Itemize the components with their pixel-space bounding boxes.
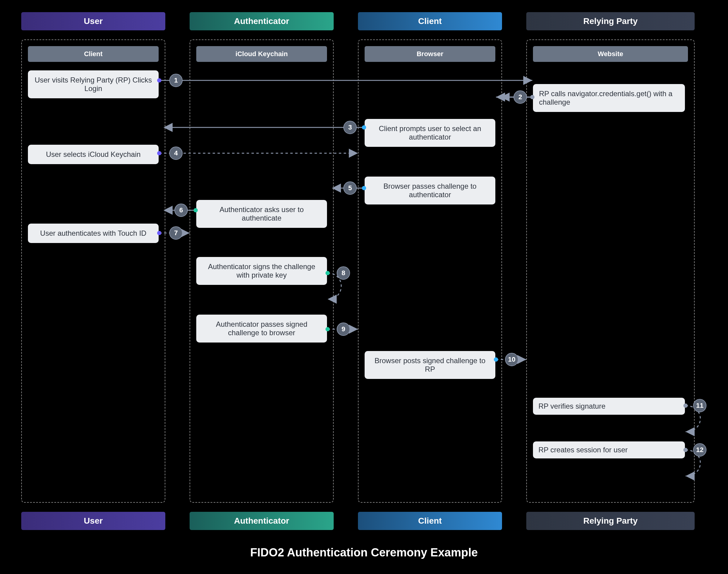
pill-1: 1 xyxy=(169,74,183,87)
sublane-header-user: Client xyxy=(28,46,159,62)
dot-s1 xyxy=(157,78,161,83)
dot-s8 xyxy=(326,271,330,275)
column-footer-user: User xyxy=(21,512,165,530)
step-2: RP calls navigator.credentials.get() wit… xyxy=(533,84,685,112)
dot-s3 xyxy=(362,125,366,129)
step-9: Authenticator passes signed challenge to… xyxy=(196,315,327,342)
dot-s12 xyxy=(683,448,688,452)
column-relying-party: Relying Party Website RP calls navigator… xyxy=(526,12,695,530)
pill-5: 5 xyxy=(343,181,357,195)
step-12: RP creates session for user xyxy=(533,441,685,458)
step-8: Authenticator signs the challenge with p… xyxy=(196,257,327,285)
pill-12: 12 xyxy=(693,443,706,457)
column-footer-rp: Relying Party xyxy=(526,512,695,530)
pill-6: 6 xyxy=(174,204,188,217)
dot-s4 xyxy=(157,151,161,155)
dot-s9 xyxy=(326,327,330,331)
step-10: Browser posts signed challenge to RP xyxy=(365,351,495,379)
column-header-rp: Relying Party xyxy=(526,12,695,30)
column-authenticator: Authenticator iCloud Keychain Authentica… xyxy=(189,12,334,530)
step-3: Client prompts user to select an authent… xyxy=(365,119,495,147)
diagram-stage: User Client User visits Relying Party (R… xyxy=(0,0,728,574)
step-7: User authenticates with Touch ID xyxy=(28,223,159,243)
step-6: Authenticator asks user to authenticate xyxy=(196,200,327,228)
column-footer-authenticator: Authenticator xyxy=(189,512,334,530)
dot-s2 xyxy=(530,95,534,99)
column-footer-client: Client xyxy=(358,512,502,530)
pill-3: 3 xyxy=(343,121,357,134)
lane-authenticator: iCloud Keychain Authenticator asks user … xyxy=(189,39,334,503)
lane-user: Client User visits Relying Party (RP) Cl… xyxy=(21,39,165,503)
pill-9: 9 xyxy=(337,323,350,336)
diagram-title: FIDO2 Authentication Ceremony Example xyxy=(0,546,728,559)
column-client: Client Browser Client prompts user to se… xyxy=(358,12,502,530)
dot-s10 xyxy=(494,357,498,362)
dot-s7 xyxy=(157,231,161,235)
step-1: User visits Relying Party (RP) Clicks Lo… xyxy=(28,70,159,98)
lane-rp: Website RP calls navigator.credentials.g… xyxy=(526,39,695,503)
lane-client: Browser Client prompts user to select an… xyxy=(358,39,502,503)
step-11: RP verifies signature xyxy=(533,398,685,415)
dot-s11 xyxy=(683,404,688,408)
dot-s6 xyxy=(194,208,198,212)
pill-4: 4 xyxy=(169,147,183,160)
pill-11: 11 xyxy=(693,399,706,412)
pill-8: 8 xyxy=(337,266,350,280)
pill-7: 7 xyxy=(169,226,183,240)
sublane-header-authenticator: iCloud Keychain xyxy=(196,46,327,62)
dot-s5 xyxy=(362,186,366,190)
column-header-user: User xyxy=(21,12,165,30)
sublane-header-client: Browser xyxy=(365,46,495,62)
pill-10: 10 xyxy=(505,353,518,366)
sublane-header-rp: Website xyxy=(533,46,688,62)
pill-2: 2 xyxy=(514,90,527,104)
step-4: User selects iCloud Keychain xyxy=(28,145,159,164)
column-header-client: Client xyxy=(358,12,502,30)
step-5: Browser passes challenge to authenticato… xyxy=(365,176,495,204)
column-header-authenticator: Authenticator xyxy=(189,12,334,30)
column-user: User Client User visits Relying Party (R… xyxy=(21,12,165,530)
